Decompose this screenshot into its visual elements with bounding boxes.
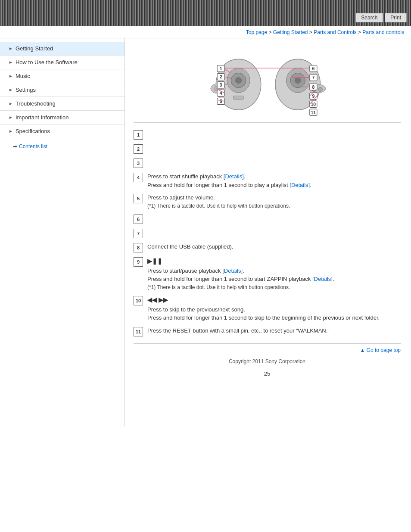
breadcrumb: Top page > Getting Started > Parts and C… xyxy=(0,26,411,38)
sidebar-label: Getting Started xyxy=(16,45,53,52)
part-item-2: 2 xyxy=(134,144,401,154)
details-link-4a[interactable]: [Details] xyxy=(224,173,244,180)
part-number-1: 1 xyxy=(134,130,143,140)
part-item-7: 7 xyxy=(134,228,401,238)
part-item-10: 10 ◀◀ ▶▶ Press to skip to the previous/n… xyxy=(134,296,401,322)
svg-text:10: 10 xyxy=(311,102,316,106)
arrow-icon: ► xyxy=(9,74,13,78)
svg-text:1: 1 xyxy=(220,66,222,71)
part-number-2: 2 xyxy=(134,144,143,154)
page-number: 25 xyxy=(134,367,401,384)
sidebar: ► Getting Started ► How to Use the Softw… xyxy=(0,38,125,426)
svg-text:3: 3 xyxy=(220,82,222,87)
go-to-top-link[interactable]: Go to page top xyxy=(360,347,401,353)
part-number-3: 3 xyxy=(134,159,143,168)
part-item-11: 11 Press the RESET button with a small p… xyxy=(134,327,401,336)
part-item-8: 8 Connect the USB cable (supplied). xyxy=(134,243,401,252)
header-buttons: Search Print xyxy=(355,13,407,22)
details-link-9b[interactable]: [Details] xyxy=(312,276,333,282)
details-link-9a[interactable]: [Details] xyxy=(222,268,243,274)
svg-point-3 xyxy=(235,77,242,84)
details-link-4b[interactable]: [Details] xyxy=(290,182,310,188)
sidebar-item-settings[interactable]: ► Settings xyxy=(0,83,125,97)
parts-list: 1 2 3 4 Press to start shuffle playback … xyxy=(134,130,401,336)
sidebar-label: How to Use the Software xyxy=(16,59,78,65)
svg-text:6: 6 xyxy=(312,66,314,71)
part-number-11: 11 xyxy=(134,327,143,336)
contents-list-link[interactable]: ➡ Contents list xyxy=(0,138,125,153)
part-number-9: 9 xyxy=(134,257,143,267)
page-footer: Go to page top xyxy=(134,343,401,353)
arrow-icon: ► xyxy=(9,60,13,65)
print-button[interactable]: Print xyxy=(385,13,407,22)
sidebar-item-how-to-use[interactable]: ► How to Use the Software xyxy=(0,56,125,69)
part-item-3: 3 xyxy=(134,158,401,168)
part-item-9: 9 ▶❚❚ Press to start/pause playback [Det… xyxy=(134,257,401,291)
part-number-5: 5 xyxy=(134,194,143,203)
breadcrumb-parts-controls[interactable]: Parts and Controls xyxy=(314,29,356,35)
arrow-icon: ► xyxy=(9,87,13,92)
part-number-8: 8 xyxy=(134,243,143,252)
search-button[interactable]: Search xyxy=(355,13,383,22)
copyright: Copyright 2011 Sony Corporation xyxy=(134,353,401,367)
skip-icon: ◀◀ ▶▶ xyxy=(147,296,401,305)
arrow-icon: ► xyxy=(9,46,13,51)
svg-text:9: 9 xyxy=(312,93,314,98)
svg-point-12 xyxy=(318,87,323,91)
play-pause-icon: ▶❚❚ xyxy=(147,257,401,266)
part-desc-4: Press to start shuffle playback [Details… xyxy=(147,172,401,189)
part-desc-9: ▶❚❚ Press to start/pause playback [Detai… xyxy=(147,257,401,291)
sidebar-label: Specifications xyxy=(16,128,50,134)
arrow-icon: ► xyxy=(9,129,13,134)
sidebar-label: Settings xyxy=(16,87,36,93)
breadcrumb-top[interactable]: Top page xyxy=(246,29,267,35)
sidebar-label: Troubleshooting xyxy=(16,100,56,107)
contents-list-label: Contents list xyxy=(19,143,47,149)
arrow-icon: ► xyxy=(9,101,13,106)
sidebar-item-getting-started[interactable]: ► Getting Started xyxy=(0,42,125,56)
part-desc-10: ◀◀ ▶▶ Press to skip to the previous/next… xyxy=(147,296,401,322)
svg-rect-13 xyxy=(234,96,243,99)
device-image: 6 7 8 9 10 11 xyxy=(134,45,401,123)
sidebar-label: Music xyxy=(16,73,30,79)
svg-text:5: 5 xyxy=(220,99,222,103)
sidebar-label: Important Information xyxy=(16,114,69,121)
sidebar-item-important-info[interactable]: ► Important Information xyxy=(0,111,125,124)
arrow-icon: ► xyxy=(9,115,13,120)
part-item-1: 1 xyxy=(134,130,401,140)
sidebar-item-music[interactable]: ► Music xyxy=(0,69,125,83)
header: Search Print xyxy=(0,0,411,26)
part-desc-8: Connect the USB cable (supplied). xyxy=(147,243,401,251)
sidebar-item-troubleshooting[interactable]: ► Troubleshooting xyxy=(0,97,125,111)
part-number-6: 6 xyxy=(134,215,143,224)
svg-text:11: 11 xyxy=(311,110,316,115)
svg-text:2: 2 xyxy=(220,74,222,79)
breadcrumb-getting-started[interactable]: Getting Started xyxy=(273,29,308,35)
svg-text:8: 8 xyxy=(312,84,314,89)
part-desc-5: Press to adjust the volume. (*1) There i… xyxy=(147,193,401,210)
svg-text:7: 7 xyxy=(312,75,314,80)
device-diagram: 6 7 8 9 10 11 xyxy=(185,47,349,116)
part-item-4: 4 Press to start shuffle playback [Detai… xyxy=(134,172,401,189)
arrow-right-icon: ➡ xyxy=(13,143,17,149)
part-item-6: 6 xyxy=(134,214,401,224)
part-number-10: 10 xyxy=(134,296,143,305)
part-number-4: 4 xyxy=(134,173,143,182)
part-item-5: 5 Press to adjust the volume. (*1) There… xyxy=(134,193,401,210)
part-number-7: 7 xyxy=(134,229,143,238)
content-area: 6 7 8 9 10 11 xyxy=(125,38,411,426)
sidebar-item-specifications[interactable]: ► Specifications xyxy=(0,124,125,138)
svg-point-9 xyxy=(295,77,301,84)
main-layout: ► Getting Started ► How to Use the Softw… xyxy=(0,38,411,426)
part-desc-11: Press the RESET button with a small pin,… xyxy=(147,327,401,335)
breadcrumb-parts-controls-sub[interactable]: Parts and controls xyxy=(362,29,404,35)
